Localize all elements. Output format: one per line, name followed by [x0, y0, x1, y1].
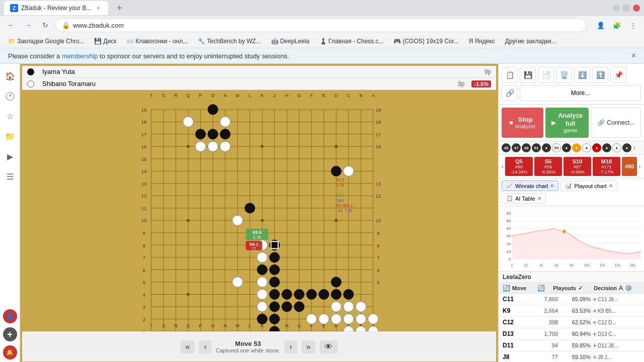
settings-button[interactable]: ⋮ [626, 18, 640, 32]
table-row[interactable]: J8 77 59.10% + J8 J... [499, 351, 644, 362]
add-button[interactable]: + [3, 327, 17, 341]
tool-download-button[interactable]: ⬇️ [574, 67, 590, 83]
move-dot[interactable]: 47 [512, 143, 521, 152]
profile-button[interactable]: 👤 [594, 18, 608, 32]
user-avatar[interactable]: 👤 [3, 309, 17, 323]
table-row[interactable]: C12 398 62.52% + C12 D... [499, 317, 644, 328]
more-button[interactable]: More... [520, 85, 641, 101]
maximize-button[interactable] [623, 5, 630, 12]
notification-icon[interactable]: 🔔 [3, 345, 17, 359]
close-button[interactable] [633, 5, 640, 12]
forward-button[interactable]: → [21, 18, 35, 32]
move-dot[interactable]: 45 [502, 143, 511, 152]
tool-upload-button[interactable]: ⬆️ [592, 67, 608, 83]
membership-link[interactable]: membership [62, 52, 98, 60]
expand-icon[interactable]: + [593, 353, 597, 361]
bookmark-item[interactable]: 🤖 DeepLeela [267, 37, 313, 46]
quality-item[interactable]: Q5 #60 -14.34% [505, 157, 533, 176]
playout-chart-tab[interactable]: 📊 Playout chart ✕ [560, 180, 617, 191]
stop-analyzer-button[interactable]: ■ Stop analyzer [502, 108, 543, 138]
header-extra-icon[interactable]: A [619, 285, 623, 292]
move-dot[interactable]: ● [582, 143, 591, 152]
board-svg[interactable]: T S R Q P O N M L K J H G F E D C B A [22, 90, 496, 331]
sidebar-history-icon[interactable]: 🕐 [2, 88, 18, 104]
expand-icon[interactable]: + [593, 307, 597, 315]
bookmark-item[interactable]: ♟️ Главная - Chess.c... [315, 37, 388, 46]
move-dot[interactable]: ● [592, 143, 601, 152]
tool-link-button[interactable]: 🔗 [502, 85, 518, 101]
sidebar-play-icon[interactable]: ▶ [2, 148, 18, 164]
sidebar-nav-icon[interactable]: 🏠 [2, 68, 18, 84]
tool-pin-button[interactable]: 📌 [610, 67, 626, 83]
scroll-right-arrow[interactable]: › [633, 144, 635, 151]
playout-tab-close-icon[interactable]: ✕ [609, 183, 613, 189]
bookmark-item[interactable]: 📁 Закладки Google Chro... [4, 37, 88, 46]
new-tab-button[interactable]: + [112, 1, 126, 15]
move-scroll[interactable]: 45 47 49 51 ● 55 ● ● ● ● ● ● ● › [499, 141, 644, 155]
notification-close-button[interactable]: × [631, 51, 636, 60]
header-refresh-icon[interactable]: 🔄 [503, 285, 510, 292]
expand-icon[interactable]: + [593, 341, 597, 349]
expand-icon[interactable]: + [593, 295, 597, 303]
extensions-button[interactable]: 🧩 [610, 18, 624, 32]
move-dot[interactable]: ● [542, 143, 551, 152]
svg-text:1: 1 [143, 329, 145, 331]
player2-name: Shibano Toramaru [42, 80, 454, 87]
tab-close-icon[interactable]: ✕ [550, 183, 554, 189]
bookmark-item[interactable]: 💾 Диск [90, 37, 120, 46]
next-move-button[interactable]: › [284, 340, 297, 353]
ai-table-tab[interactable]: 📋 AI Table ✕ [502, 193, 546, 204]
td-playouts: 77 [528, 354, 558, 360]
move-dot[interactable]: 49 [522, 143, 531, 152]
header-settings-icon[interactable]: ⚙️ [625, 285, 632, 292]
tab-close-button[interactable]: × [94, 4, 102, 12]
connect-button[interactable]: 🔗 Connect... [591, 108, 641, 138]
table-row[interactable]: K9 2,664 63.53% + K9 B5... [499, 305, 644, 317]
first-move-button[interactable]: « [181, 340, 195, 353]
move-dot[interactable]: 55 [552, 143, 561, 152]
prev-move-button[interactable]: ‹ [199, 340, 211, 353]
move-dot[interactable]: 51 [532, 143, 541, 152]
move-dot[interactable]: ● [602, 143, 611, 152]
sidebar-list-icon[interactable]: ☰ [2, 168, 18, 185]
tool-delete-button[interactable]: 🗑️ [556, 67, 572, 83]
header-playouts-icon[interactable]: 🔄 [537, 285, 545, 292]
bookmark-item[interactable]: 🔧 TechBench by WZ... [194, 37, 265, 46]
expand-icon[interactable]: + [593, 318, 597, 326]
bookmark-item[interactable]: Я Яндекс [465, 37, 499, 46]
table-row[interactable]: D11 94 59.85% + D11 J8... [499, 340, 644, 351]
scroll-left-arrow[interactable]: ‹ [502, 157, 504, 176]
tool-file-button[interactable]: 📄 [538, 67, 554, 83]
quality-item[interactable]: S10 #87 -8.86% [564, 157, 591, 176]
back-button[interactable]: ← [4, 18, 18, 32]
sidebar-star-icon[interactable]: ☆ [2, 108, 18, 124]
move-dot[interactable]: ● [562, 143, 571, 152]
move-dot[interactable]: ● [572, 143, 581, 152]
bookmark-item[interactable]: ⌨️ Клавогонки - онл... [122, 37, 192, 46]
ai-table-close-icon[interactable]: ✕ [537, 196, 541, 201]
bookmark-item[interactable]: 🎮 (CGOS) 19x19 Cor... [389, 37, 462, 46]
table-row[interactable]: C11 7,860 65.09% + C11 J8... [499, 294, 644, 305]
active-tab[interactable]: Z ZBaduk - Review your B... × [4, 1, 108, 15]
address-bar[interactable]: 🔒 www.zbaduk.com [55, 18, 587, 32]
winrate-chart-tab[interactable]: 📈 Winrate chart ✕ [502, 180, 558, 191]
quality-item[interactable]: #80 [622, 157, 637, 176]
tool-copy-button[interactable]: 📋 [502, 67, 518, 83]
eye-button[interactable]: 👁 [319, 340, 338, 353]
tool-save-button[interactable]: 💾 [520, 67, 536, 83]
last-move-button[interactable]: » [301, 340, 316, 353]
quality-item[interactable]: M18 #171 -7.17% [593, 157, 620, 176]
header-decision-icon[interactable]: ✓ [578, 285, 583, 292]
bookmark-more[interactable]: Другие закладки... [501, 37, 560, 46]
svg-text:1: 1 [511, 263, 513, 267]
quality-item[interactable]: S5 #59 -8.86% [534, 157, 562, 176]
scroll-right-arrow[interactable]: › [638, 157, 640, 176]
sidebar-folder-icon[interactable]: 📁 [2, 128, 18, 144]
move-dot[interactable]: ● [622, 143, 631, 152]
move-dot[interactable]: ● [612, 143, 621, 152]
analyze-full-button[interactable]: ▶ Analyze full game [545, 108, 589, 138]
table-row[interactable]: D13 1,700 60.94% + D13 C... [499, 328, 644, 340]
minimize-button[interactable] [613, 5, 620, 12]
reload-button[interactable]: ↻ [38, 18, 52, 32]
expand-icon[interactable]: + [593, 330, 597, 338]
